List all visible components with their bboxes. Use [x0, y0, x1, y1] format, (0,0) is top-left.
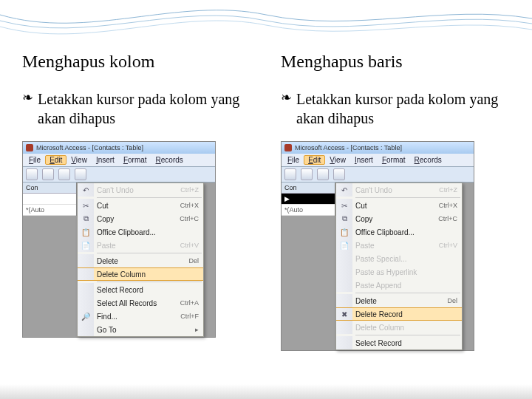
toolbar-button[interactable]	[333, 168, 345, 180]
menu-item-icon	[78, 323, 94, 336]
menu-item-can-t-undo: ↶Can't UndoCtrl+Z	[78, 183, 203, 197]
menu-format[interactable]: Format	[378, 155, 410, 165]
menu-item-label: Delete Column	[355, 324, 457, 332]
footer-shadow	[0, 384, 532, 399]
toolbar-button[interactable]	[42, 168, 54, 180]
menu-item-label: Cut	[355, 202, 434, 210]
menu-item-icon: ⧉	[78, 212, 94, 225]
toolbar[interactable]	[282, 167, 474, 183]
toolbar[interactable]	[23, 167, 215, 183]
menu-item-shortcut: Ctrl+X	[434, 202, 457, 209]
menu-item-icon	[336, 265, 352, 279]
toolbar-button[interactable]	[58, 168, 70, 180]
menu-item-label: Paste	[97, 242, 176, 250]
bullet-text: Letakkan kursor pada kolom yang akan dih…	[296, 89, 510, 128]
col-header[interactable]: Con	[23, 183, 76, 194]
menu-item-label: Select Record	[97, 286, 199, 294]
menu-item-select-all-records[interactable]: Select All RecordsCtrl+A	[78, 296, 203, 310]
menu-item-select-record[interactable]: Select Record	[78, 283, 203, 296]
menu-item-cut[interactable]: ✂CutCtrl+X	[78, 199, 203, 212]
grid-new-row[interactable]: * (Auto	[23, 205, 76, 216]
work-area: Con ▶ * (Auto ↶Can't UndoCtrl+Z✂CutCtrl+…	[282, 183, 474, 350]
title-bar: Microsoft Access - [Contacts : Table]	[282, 142, 474, 154]
menu-item-icon	[78, 254, 94, 267]
menu-item-delete-record[interactable]: ✖Delete Record	[336, 307, 462, 321]
two-column-layout: Menghapus kolom ❧ Letakkan kursor pada k…	[0, 0, 532, 351]
menu-item-icon	[78, 296, 94, 310]
menu-item-icon: 📄	[78, 239, 94, 252]
bullet-glyph: ❧	[22, 89, 33, 106]
menu-item-label: Office Clipboard...	[355, 228, 457, 236]
menu-item-label: Paste	[355, 242, 434, 250]
menu-item-label: Paste as Hyperlink	[355, 268, 457, 276]
bullet-text: Letakkan kursor pada kolom yang akan dih…	[38, 89, 251, 128]
menu-bar-right[interactable]: FileEditViewInsertFormatRecords	[282, 154, 474, 167]
menu-item-go-to[interactable]: Go To▸	[78, 323, 203, 336]
submenu-arrow-icon: ▸	[191, 326, 199, 333]
menu-item-label: Delete Record	[355, 310, 457, 318]
menu-item-copy[interactable]: ⧉CopyCtrl+C	[78, 212, 203, 225]
menu-item-label: Select All Records	[97, 299, 176, 307]
menu-item-cut[interactable]: ✂CutCtrl+X	[336, 199, 462, 212]
toolbar-button[interactable]	[26, 168, 38, 180]
menu-item-shortcut: Ctrl+C	[434, 215, 457, 222]
menu-item-paste-special: Paste Special...	[336, 252, 462, 265]
menu-view[interactable]: View	[325, 155, 350, 165]
toolbar-button[interactable]	[284, 168, 296, 180]
column-right: Menghapus baris ❧ Letakkan kursor pada k…	[281, 52, 510, 351]
context-menu-right[interactable]: ↶Can't UndoCtrl+Z✂CutCtrl+X⧉CopyCtrl+C📋O…	[335, 183, 463, 350]
menu-item-find[interactable]: 🔎Find...Ctrl+F	[78, 310, 203, 323]
menu-item-delete[interactable]: DeleteDel	[336, 294, 462, 307]
menu-separator	[355, 293, 460, 293]
menu-format[interactable]: Format	[119, 155, 151, 165]
menu-item-label: Paste Append	[355, 282, 457, 290]
toolbar-button[interactable]	[75, 168, 86, 180]
menu-item-icon	[336, 294, 352, 307]
menu-item-paste: 📄PasteCtrl+V	[78, 239, 203, 252]
slide: Menghapus kolom ❧ Letakkan kursor pada k…	[0, 0, 532, 399]
menu-item-icon: 📋	[78, 225, 94, 239]
menu-item-icon	[78, 268, 94, 280]
work-area: Con * (Auto ↶Can't UndoCtrl+Z✂CutCtrl+X⧉…	[23, 183, 215, 337]
menu-item-office-clipboard[interactable]: 📋Office Clipboard...	[336, 225, 462, 239]
menu-item-paste: 📄PasteCtrl+V	[336, 239, 462, 252]
grid-row[interactable]	[23, 194, 76, 205]
menu-edit[interactable]: Edit	[304, 155, 325, 165]
menu-item-copy[interactable]: ⧉CopyCtrl+C	[336, 212, 462, 225]
bullet-glyph: ❧	[281, 89, 292, 106]
grid-new-row[interactable]: * (Auto	[282, 205, 335, 216]
grid-row-selected[interactable]: ▶	[282, 194, 335, 205]
window-title: Microsoft Access - [Contacts : Table]	[295, 144, 402, 151]
menu-records[interactable]: Records	[151, 155, 188, 165]
menu-insert[interactable]: Insert	[92, 155, 119, 165]
toolbar-button[interactable]	[301, 168, 313, 180]
menu-item-delete[interactable]: DeleteDel	[78, 254, 203, 267]
menu-edit[interactable]: Edit	[45, 155, 66, 165]
toolbar-button[interactable]	[317, 168, 329, 180]
menu-item-label: Cut	[97, 202, 176, 210]
menu-item-label: Copy	[97, 215, 175, 223]
screenshot-right: Microsoft Access - [Contacts : Table] Fi…	[281, 141, 474, 351]
menu-records[interactable]: Records	[410, 155, 446, 165]
bullet-right: ❧ Letakkan kursor pada kolom yang akan d…	[281, 89, 510, 128]
menu-item-shortcut: Ctrl+V	[176, 242, 199, 249]
menu-separator	[355, 335, 460, 335]
menu-item-icon: ↶	[336, 183, 352, 197]
menu-item-select-record[interactable]: Select Record	[336, 336, 462, 349]
context-menu-left[interactable]: ↶Can't UndoCtrl+Z✂CutCtrl+X⧉CopyCtrl+C📋O…	[77, 183, 204, 337]
menu-item-shortcut: Ctrl+X	[176, 202, 199, 209]
menu-view[interactable]: View	[66, 155, 92, 165]
menu-item-delete-column: Delete Column	[336, 321, 462, 334]
menu-item-icon: ↶	[78, 183, 94, 197]
menu-file[interactable]: File	[24, 155, 45, 165]
menu-bar-left[interactable]: FileEditViewInsertFormatRecords	[23, 154, 215, 167]
menu-item-label: Go To	[97, 326, 191, 334]
menu-file[interactable]: File	[283, 155, 304, 165]
col-header[interactable]: Con	[282, 183, 335, 194]
menu-item-icon: 🔎	[78, 310, 94, 323]
menu-item-label: Can't Undo	[355, 186, 434, 194]
menu-item-office-clipboard[interactable]: 📋Office Clipboard...	[78, 225, 203, 239]
menu-item-delete-column[interactable]: Delete Column	[78, 267, 203, 281]
menu-insert[interactable]: Insert	[350, 155, 378, 165]
screenshot-left: Microsoft Access - [Contacts : Table] Fi…	[22, 141, 216, 338]
